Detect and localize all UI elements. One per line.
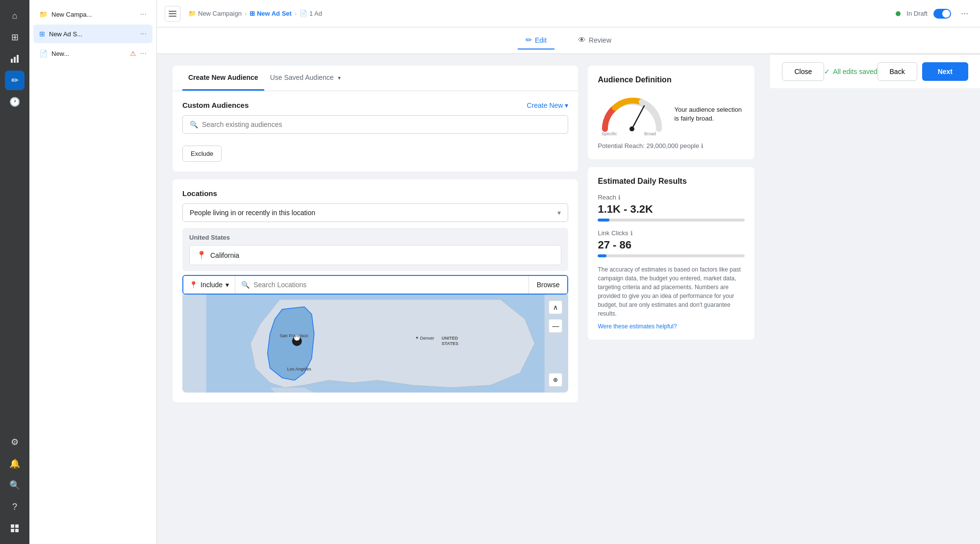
svg-rect-6: [15, 529, 19, 532]
svg-point-24: [629, 126, 634, 131]
ad-set-icon: ⊞: [39, 30, 45, 38]
svg-text:Los Angeles: Los Angeles: [287, 367, 312, 371]
reach-info-icon[interactable]: ℹ: [618, 194, 621, 201]
link-clicks-info-icon[interactable]: ℹ: [630, 230, 633, 237]
ad-icon: 📄: [39, 49, 48, 57]
include-dropdown[interactable]: 📍 Include ▾: [183, 276, 235, 294]
custom-audiences-card: Custom Audiences Create New ▾ 🔍 Exclude: [173, 91, 578, 172]
svg-text:STATES: STATES: [442, 341, 458, 346]
tab-edit[interactable]: ✏ Edit: [518, 31, 554, 49]
custom-audiences-title: Custom Audiences: [182, 101, 249, 109]
sidebar-toggle-button[interactable]: [165, 6, 180, 22]
edit-review-tabs: ✏ Edit 👁 Review: [157, 27, 980, 54]
gauge-area: Specific Broad Your audience selection i…: [598, 92, 745, 136]
map-zoom-up-button[interactable]: ∧: [549, 300, 562, 314]
icon-bar: ⌂ ⊞ ✏ 🕐 ⚙ 🔔 🔍 ?: [0, 0, 29, 544]
search-locations-input[interactable]: [253, 281, 523, 289]
sidebar: 📁 New Campa... ··· ⊞ New Ad S... ··· 📄 N…: [29, 0, 157, 544]
search-locations-icon: 🔍: [241, 281, 250, 289]
new-campaign-item[interactable]: 📁 New Campa... ···: [33, 5, 152, 24]
more-options-button[interactable]: ···: [957, 6, 972, 21]
map-target-button[interactable]: ⊕: [549, 373, 562, 387]
create-new-label: Create New: [527, 101, 563, 109]
svg-line-23: [632, 106, 644, 129]
settings-icon[interactable]: ⚙: [5, 432, 25, 452]
svg-rect-7: [169, 11, 176, 12]
breadcrumb-sep-1: ›: [245, 10, 247, 17]
chart-icon[interactable]: [5, 49, 25, 69]
main-area: 📁 New Campaign › ⊞ New Ad Set › 📄 1 Ad I…: [157, 0, 980, 544]
review-tab-icon: 👁: [578, 36, 586, 45]
california-label: California: [210, 251, 239, 259]
top-bar: 📁 New Campaign › ⊞ New Ad Set › 📄 1 Ad I…: [157, 0, 980, 27]
tab-create-new-audience[interactable]: Create New Audience: [182, 66, 264, 91]
bell-icon[interactable]: 🔔: [5, 454, 25, 473]
svg-rect-9: [169, 16, 176, 17]
ad-set-breadcrumb-icon: ⊞: [250, 10, 255, 17]
reach-label: Reach ℹ: [598, 194, 745, 201]
help-icon[interactable]: ?: [5, 497, 25, 517]
ad-dots[interactable]: ···: [140, 49, 147, 58]
status-text: In Draft: [906, 10, 928, 17]
browse-button[interactable]: Browse: [528, 276, 568, 294]
svg-rect-1: [14, 57, 16, 63]
new-ad-set-item[interactable]: ⊞ New Ad S... ···: [33, 25, 152, 43]
next-button[interactable]: Next: [922, 62, 968, 81]
table2-icon[interactable]: [5, 519, 25, 538]
tab-review[interactable]: 👁 Review: [570, 32, 619, 49]
close-button[interactable]: Close: [782, 62, 824, 81]
draft-toggle[interactable]: [933, 9, 951, 19]
svg-text:UNITED: UNITED: [442, 336, 458, 341]
breadcrumb-ad[interactable]: 📄 1 Ad: [300, 10, 322, 17]
ad-set-dots[interactable]: ···: [140, 29, 147, 38]
campaign-breadcrumb-label: New Campaign: [198, 10, 242, 17]
breadcrumb-campaign[interactable]: 📁 New Campaign: [188, 10, 242, 17]
home-icon[interactable]: ⌂: [5, 6, 25, 25]
ad-set-breadcrumb-label: New Ad Set: [257, 10, 292, 17]
edit-tab-label: Edit: [535, 36, 547, 44]
helpful-link[interactable]: Were these estimates helpful?: [598, 323, 677, 330]
new-ad-item[interactable]: 📄 New... ⚠ ···: [33, 44, 152, 63]
audience-definition-card: Audience Definition: [588, 66, 754, 159]
locations-section: Locations People living in or recently i…: [173, 179, 578, 402]
breadcrumb-ad-set[interactable]: ⊞ New Ad Set: [250, 10, 292, 17]
use-saved-audience-label: Use Saved Audience: [270, 74, 334, 81]
review-tab-label: Review: [589, 36, 611, 44]
breadcrumb-sep-2: ›: [295, 10, 297, 17]
create-new-button[interactable]: Create New ▾: [527, 101, 569, 109]
svg-rect-2: [17, 55, 19, 63]
content-area: Create New Audience Use Saved Audience ▾…: [157, 54, 980, 544]
audience-search-box[interactable]: 🔍: [182, 115, 568, 134]
location-type-dropdown[interactable]: People living in or recently in this loc…: [182, 203, 568, 222]
exclude-label: Exclude: [191, 150, 213, 157]
location-pin-icon: 📍: [197, 250, 206, 260]
campaign-dots[interactable]: ···: [140, 10, 147, 19]
svg-rect-5: [11, 529, 14, 532]
ad-breadcrumb-icon: 📄: [300, 10, 307, 17]
back-button[interactable]: Back: [878, 62, 917, 81]
campaign-icon: 📁: [39, 10, 48, 18]
exclude-button[interactable]: Exclude: [182, 146, 222, 162]
edit-icon[interactable]: ✏: [5, 71, 25, 90]
browse-label: Browse: [537, 281, 560, 289]
history-icon[interactable]: 🕐: [5, 92, 25, 112]
location-item-california[interactable]: 📍 California: [189, 245, 561, 265]
tab-use-saved-audience[interactable]: Use Saved Audience ▾: [264, 66, 347, 91]
potential-reach-info-icon[interactable]: ℹ: [701, 143, 704, 149]
search-icon[interactable]: 🔍: [5, 475, 25, 495]
search-icon: 🔍: [190, 121, 198, 128]
map-zoom-minus-button[interactable]: —: [549, 319, 562, 333]
estimated-title: Estimated Daily Results: [598, 177, 745, 186]
include-label: Include: [201, 281, 223, 289]
svg-rect-8: [169, 13, 176, 14]
grid-icon[interactable]: ⊞: [5, 27, 25, 47]
reach-bar: [598, 219, 745, 222]
svg-text:San Francisco: San Francisco: [280, 333, 308, 338]
reach-label-text: Reach: [598, 194, 616, 201]
warning-icon: ⚠: [130, 49, 136, 57]
audience-def-title: Audience Definition: [598, 75, 745, 84]
include-arrow-icon: ▾: [226, 281, 229, 289]
audience-search-input[interactable]: [202, 121, 561, 128]
estimated-note: The accuracy of estimates is based on fa…: [598, 265, 745, 318]
link-clicks-value: 27 - 86: [598, 239, 745, 251]
